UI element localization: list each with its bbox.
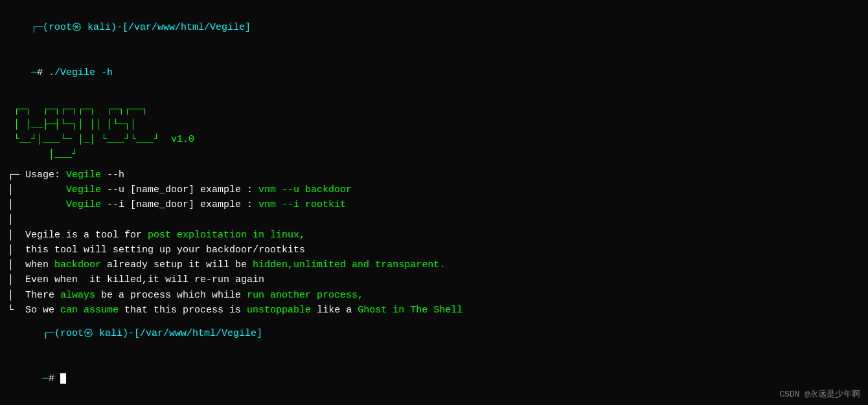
- bar-5: │: [8, 230, 14, 241]
- terminal-cursor: [60, 373, 66, 384]
- usage-flag-1: --h: [101, 170, 124, 181]
- ascii-line3: └__┘│___└─ │_│ └___┘└___┘ v1.0: [8, 132, 860, 147]
- usage-block: ┌─ Usage: Vegile --h │ Vegile --u [name_…: [8, 168, 860, 318]
- prompt-hash-bottom: #: [49, 373, 60, 384]
- usage-line-6: │ this tool will setting up your backdoo…: [8, 243, 860, 257]
- bar-2: │: [8, 184, 14, 195]
- bottom-prompt-line2: ─#: [8, 356, 860, 401]
- prompt-dash-bottom: ─: [43, 373, 49, 384]
- usage-line-7: │ when backdoor already setup it will be…: [8, 257, 860, 272]
- bar-1: ┌─: [8, 170, 19, 181]
- usage-line-9: │ There always be a process which while …: [8, 288, 860, 303]
- bar-3: │: [8, 199, 14, 210]
- usage-line-4: │: [8, 212, 860, 227]
- example-2: vnm --u backdoor: [258, 184, 352, 195]
- prompt-prefix-top: ─(root㉿ kali)-[/var/www/html/Vegile]: [37, 22, 251, 33]
- prompt-hash-top: #: [37, 67, 49, 78]
- watermark: CSDN @永远是少年啊: [779, 388, 860, 400]
- ascii-line4: │___┘: [8, 147, 860, 162]
- usage-line-8: │ Even when it killed,it will re-run aga…: [8, 272, 860, 287]
- ascii-line2: │ │__├─┤└─┐│ ││ │└─┐│: [8, 117, 860, 132]
- vegile-cmd-1: Vegile: [66, 170, 101, 181]
- highlight-9a: always: [60, 290, 95, 301]
- prompt-prefix-bottom: ─(root㉿ kali)-[/var/www/html/Vegile]: [49, 328, 262, 339]
- usage-line-2: │ Vegile --u [name_door] example : vnm -…: [8, 182, 860, 197]
- ascii-art-logo: ┌─┐ ┌─┐┌─┐┌─┐ ┌─┐┌──┐ │ │__├─┤└─┐│ ││ │└…: [8, 102, 860, 162]
- example-3: vnm --i rootkit: [258, 199, 346, 210]
- bar-7: │: [8, 259, 14, 270]
- bar-6: │: [8, 245, 14, 256]
- text-7a: when: [14, 259, 54, 270]
- text-5a: Vegile is a tool for: [14, 230, 148, 241]
- args-2: --u [name_door] example :: [101, 184, 258, 195]
- args-3: --i [name_door] example :: [101, 199, 258, 210]
- vegile-cmd-3: Vegile: [66, 199, 101, 210]
- bottom-border: ┌: [43, 328, 49, 339]
- command-top: ./Vegile -h: [49, 67, 113, 78]
- top-command-line: ─# ./Vegile -h: [8, 50, 860, 96]
- top-prompt-line: ┌─(root㉿ kali)-[/var/www/html/Vegile]: [8, 5, 860, 50]
- indent-3: [14, 199, 66, 210]
- usage-line-1: ┌─ Usage: Vegile --h: [8, 168, 860, 182]
- highlight-7b: hidden,unlimited and transparent.: [253, 259, 445, 270]
- top-border: ┌: [31, 22, 37, 33]
- text-9a: There: [14, 290, 60, 301]
- vegile-cmd-2: Vegile: [66, 184, 101, 195]
- usage-line-3: │ Vegile --i [name_door] example : vnm -…: [8, 197, 860, 212]
- bar-8: │: [8, 274, 14, 285]
- text-7b: already setup it will be: [101, 259, 253, 270]
- ascii-line1: ┌─┐ ┌─┐┌─┐┌─┐ ┌─┐┌──┐: [8, 102, 860, 117]
- text-6: this tool will setting up your backdoor/…: [14, 245, 305, 256]
- indent-2: [14, 184, 66, 195]
- text-8: Even when it killed,it will re-run again: [14, 274, 264, 285]
- highlight-7a: backdoor: [54, 259, 101, 270]
- usage-line-5: │ Vegile is a tool for post exploitation…: [8, 228, 860, 243]
- highlight-9b: run another process,: [247, 290, 363, 301]
- prompt-dash-top: ─: [31, 67, 37, 78]
- bottom-prompt-area: ┌─(root㉿ kali)-[/var/www/html/Vegile] ─#: [0, 309, 868, 406]
- highlight-5: post exploitation in linux,: [148, 230, 305, 241]
- bar-4: │: [8, 214, 14, 225]
- bottom-prompt-line1: ┌─(root㉿ kali)-[/var/www/html/Vegile]: [8, 311, 860, 356]
- terminal-window: ┌─(root㉿ kali)-[/var/www/html/Vegile] ─#…: [0, 0, 868, 405]
- text-9b: be a process which while: [95, 290, 247, 301]
- bar-9: │: [8, 290, 14, 301]
- usage-label: Usage:: [19, 170, 66, 181]
